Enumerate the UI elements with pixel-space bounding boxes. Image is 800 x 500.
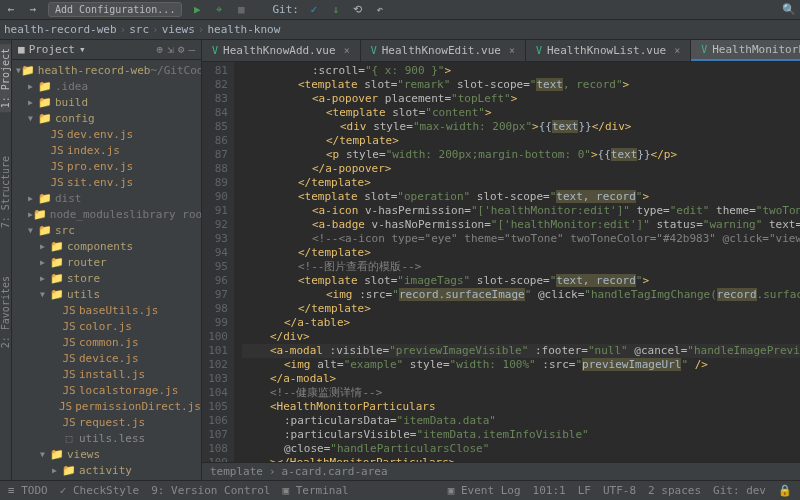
run-icon[interactable]: ▶	[190, 3, 204, 17]
close-icon[interactable]: ×	[674, 45, 680, 56]
tree-row[interactable]: JSinstall.js	[12, 366, 201, 382]
vcs-revert-icon[interactable]: ↶	[373, 3, 387, 17]
line-gutter: 8182838485868788899091929394959697989910…	[202, 62, 234, 462]
tree-row[interactable]: ▶📁router	[12, 254, 201, 270]
tree-row[interactable]: ⬚utils.less	[12, 430, 201, 446]
close-icon[interactable]: ×	[509, 45, 515, 56]
tree-row[interactable]: ▼📁utils	[12, 286, 201, 302]
tree-row[interactable]: ▶📁node_modules library root	[12, 206, 201, 222]
lock-icon: 🔒	[778, 484, 792, 497]
breadcrumb-item[interactable]: health-know	[207, 23, 280, 36]
editor[interactable]: 8182838485868788899091929394959697989910…	[202, 62, 800, 462]
tree-row[interactable]: JScommon.js	[12, 334, 201, 350]
tree-row[interactable]: JSlocalstorage.js	[12, 382, 201, 398]
stop-icon: ■	[234, 3, 248, 17]
project-dropdown[interactable]: ■ Project ▾	[18, 43, 86, 56]
tree-row[interactable]: ▶📁build	[12, 94, 201, 110]
tree-row[interactable]: ▶📁.idea	[12, 78, 201, 94]
tree-row[interactable]: JSpermissionDirect.js	[12, 398, 201, 414]
editor-tab[interactable]: VHealthKnowAdd.vue×	[202, 40, 361, 61]
editor-tab[interactable]: VHealthKnowList.vue×	[526, 40, 691, 61]
top-toolbar: ← → Add Configuration... ▶ ⌖ ■ Git: ✓ ↓ …	[0, 0, 800, 20]
back-icon[interactable]: ←	[4, 3, 18, 17]
collapse-icon[interactable]: ⇲	[167, 43, 174, 56]
breadcrumb-item[interactable]: src	[129, 23, 149, 36]
vcs-commit-icon[interactable]: ↓	[329, 3, 343, 17]
breadcrumb-item[interactable]: views	[162, 23, 195, 36]
tree-row[interactable]: ▶📁activity	[12, 462, 201, 478]
tree-row[interactable]: JSindex.js	[12, 142, 201, 158]
indent[interactable]: 2 spaces	[648, 484, 701, 497]
search-icon[interactable]: 🔍	[782, 3, 796, 17]
breadcrumb: health-record-web›src›views›health-know	[4, 23, 280, 36]
run-config-dropdown[interactable]: Add Configuration...	[48, 2, 182, 17]
gear-icon[interactable]: ⚙	[178, 43, 185, 56]
editor-tabs: VHealthKnowAdd.vue×VHealthKnowEdit.vue×V…	[202, 40, 800, 62]
tree-row[interactable]: JSbaseUtils.js	[12, 302, 201, 318]
tree-row[interactable]: JScolor.js	[12, 318, 201, 334]
tree-row[interactable]: JSrequest.js	[12, 414, 201, 430]
tree-row[interactable]: ▶📁components	[12, 238, 201, 254]
forward-icon[interactable]: →	[26, 3, 40, 17]
encoding[interactable]: UTF-8	[603, 484, 636, 497]
status-bar: ≡ TODO ✓ CheckStyle 9: Version Control ▣…	[0, 480, 800, 500]
todo-tool[interactable]: ≡ TODO	[8, 484, 48, 497]
code-lines[interactable]: :scroll="{ x: 900 }"><template slot="rem…	[234, 62, 800, 462]
locate-icon[interactable]: ⊕	[157, 43, 164, 56]
checkstyle-tool[interactable]: ✓ CheckStyle	[60, 484, 139, 497]
breadcrumb-bar: health-record-web›src›views›health-know	[0, 20, 800, 40]
favorites-tool-tab[interactable]: 2: Favorites	[0, 272, 11, 352]
tree-row[interactable]: JSdev.env.js	[12, 126, 201, 142]
vcs-tool[interactable]: 9: Version Control	[151, 484, 270, 497]
structure-tool-tab[interactable]: 7: Structure	[0, 152, 11, 232]
editor-breadcrumb[interactable]: template›a-card.card-area	[202, 462, 800, 480]
project-tree[interactable]: ▼📁health-record-web ~/GitCode/health-rec…	[12, 60, 201, 480]
event-log[interactable]: ▣ Event Log	[448, 484, 521, 497]
tree-row[interactable]: ▶📁store	[12, 270, 201, 286]
tree-row[interactable]: ▼📁config	[12, 110, 201, 126]
tree-row[interactable]: ▶📁dist	[12, 190, 201, 206]
left-tool-gutter: 1: Project 7: Structure 2: Favorites	[0, 40, 12, 480]
tree-row[interactable]: JSpro.env.js	[12, 158, 201, 174]
breadcrumb-item[interactable]: health-record-web	[4, 23, 117, 36]
hide-icon[interactable]: —	[188, 43, 195, 56]
editor-tab[interactable]: VHealthMonitorList.vue×	[691, 40, 800, 61]
editor-tab[interactable]: VHealthKnowEdit.vue×	[361, 40, 526, 61]
tree-row[interactable]: JSdevice.js	[12, 350, 201, 366]
git-label: Git:	[272, 3, 299, 16]
tree-row[interactable]: ▼📁src	[12, 222, 201, 238]
close-icon[interactable]: ×	[344, 45, 350, 56]
line-sep[interactable]: LF	[578, 484, 591, 497]
tree-row[interactable]: ▼📁health-record-web ~/GitCode/health-rec…	[12, 62, 201, 78]
git-branch[interactable]: Git: dev	[713, 484, 766, 497]
project-tool-tab[interactable]: 1: Project	[0, 44, 11, 112]
vcs-update-icon[interactable]: ✓	[307, 3, 321, 17]
tree-row[interactable]: ▼📁views	[12, 446, 201, 462]
debug-icon[interactable]: ⌖	[212, 3, 226, 17]
terminal-tool[interactable]: ▣ Terminal	[282, 484, 348, 497]
caret-position[interactable]: 101:1	[533, 484, 566, 497]
tree-row[interactable]: JSsit.env.js	[12, 174, 201, 190]
vcs-history-icon[interactable]: ⟲	[351, 3, 365, 17]
project-tool-window: ■ Project ▾ ⊕ ⇲ ⚙ — ▼📁health-record-web …	[12, 40, 202, 480]
